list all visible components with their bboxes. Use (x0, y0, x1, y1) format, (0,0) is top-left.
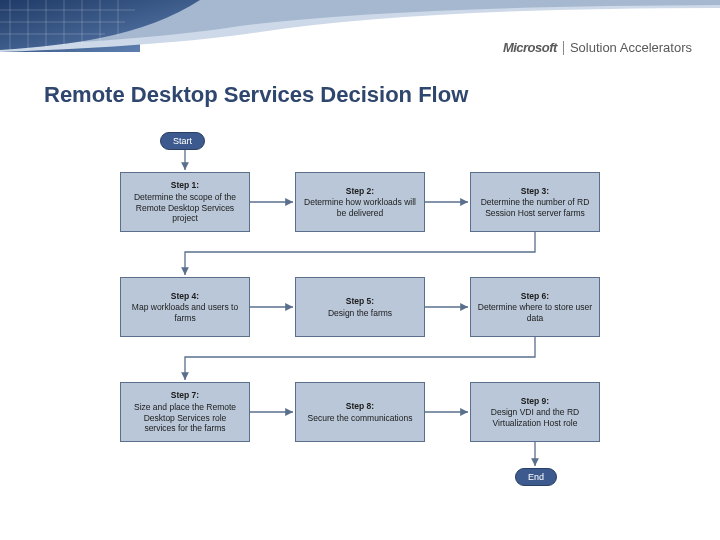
step-text: Design VDI and the RD Virtualization Hos… (477, 407, 593, 428)
page-title: Remote Desktop Services Decision Flow (44, 82, 468, 108)
flow-start: Start (160, 132, 205, 150)
flow-step-3: Step 3: Determine the number of RD Sessi… (470, 172, 600, 232)
brand-block: Microsoft Solution Accelerators (503, 40, 692, 55)
step-text: Determine how workloads will be delivere… (302, 197, 418, 218)
brand-separator (563, 41, 564, 55)
step-label: Step 4: (171, 291, 199, 302)
step-text: Determine where to store user data (477, 302, 593, 323)
header-graphic (0, 0, 720, 75)
step-label: Step 5: (346, 296, 374, 307)
step-text: Map workloads and users to farms (127, 302, 243, 323)
flow-end: End (515, 468, 557, 486)
flow-step-7: Step 7: Size and place the Remote Deskto… (120, 382, 250, 442)
flow-step-1: Step 1: Determine the scope of the Remot… (120, 172, 250, 232)
step-text: Determine the scope of the Remote Deskto… (127, 192, 243, 224)
flow-step-2: Step 2: Determine how workloads will be … (295, 172, 425, 232)
flow-step-5: Step 5: Design the farms (295, 277, 425, 337)
step-text: Determine the number of RD Session Host … (477, 197, 593, 218)
step-label: Step 6: (521, 291, 549, 302)
step-text: Secure the communications (308, 413, 413, 424)
flow-step-4: Step 4: Map workloads and users to farms (120, 277, 250, 337)
flow-step-8: Step 8: Secure the communications (295, 382, 425, 442)
flow-step-9: Step 9: Design VDI and the RD Virtualiza… (470, 382, 600, 442)
step-label: Step 9: (521, 396, 549, 407)
flow-step-6: Step 6: Determine where to store user da… (470, 277, 600, 337)
step-label: Step 8: (346, 401, 374, 412)
step-text: Design the farms (328, 308, 392, 319)
step-label: Step 3: (521, 186, 549, 197)
step-text: Size and place the Remote Desktop Servic… (127, 402, 243, 434)
step-label: Step 7: (171, 390, 199, 401)
brand-company: Microsoft (503, 40, 557, 55)
step-label: Step 1: (171, 180, 199, 191)
brand-program: Solution Accelerators (570, 40, 692, 55)
step-label: Step 2: (346, 186, 374, 197)
